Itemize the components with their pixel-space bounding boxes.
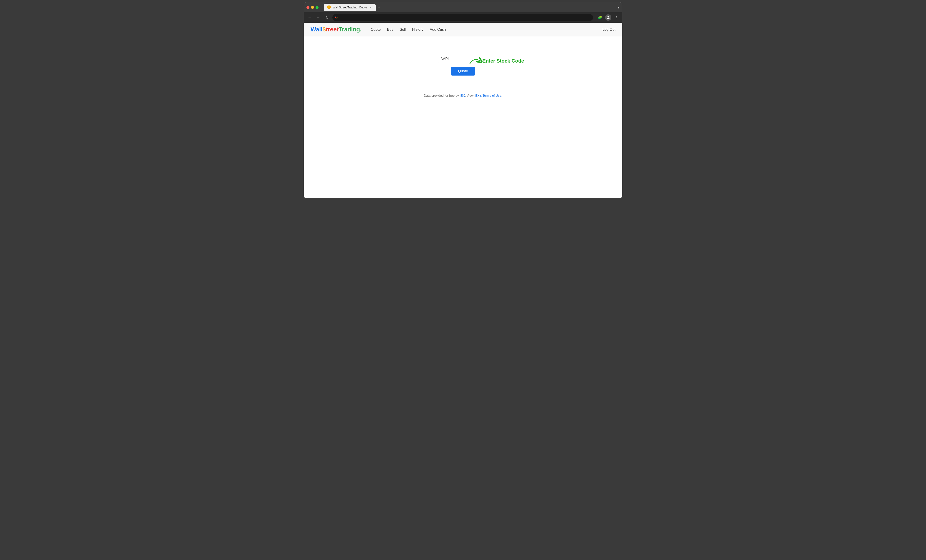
footer-text: Data provided for free by IEX. View IEX'… [424,94,502,97]
google-icon: G [335,16,339,19]
minimize-traffic-light[interactable] [311,6,314,9]
tab-close-button[interactable]: × [369,6,372,9]
nav-right-icons: 🧩 ⋮ [597,14,620,21]
browser-dropdown-icon[interactable]: ▾ [618,5,620,9]
tab-bar: Wall $treet Trading: Quote × + [324,4,469,11]
symbol-input[interactable] [438,54,488,63]
browser-window: Wall $treet Trading: Quote × + ▾ ← → ↻ G… [304,2,622,198]
quote-form: Quote Enter Stock Code [438,54,488,76]
footer-before-iex: Data provided for free by [424,94,460,97]
nav-buy-link[interactable]: Buy [387,27,393,32]
traffic-lights [306,6,319,9]
active-tab[interactable]: Wall $treet Trading: Quote × [324,4,376,11]
main-area: Quote Enter Stock Code Data provided [304,36,622,198]
footer-end: . [501,94,502,97]
close-traffic-light[interactable] [306,6,309,9]
address-bar[interactable]: G [332,14,593,21]
tab-title: Wall $treet Trading: Quote [333,6,367,9]
tab-favicon [327,6,331,9]
maximize-traffic-light[interactable] [316,6,319,9]
nav-bar: ← → ↻ G 🧩 ⋮ [304,12,622,23]
brand-logo: Wall $treet Trading. [310,26,362,33]
nav-quote-link[interactable]: Quote [371,27,381,32]
brand-treet: treet [326,26,339,33]
profile-icon[interactable] [605,14,611,21]
back-button[interactable]: ← [306,14,313,21]
title-bar: Wall $treet Trading: Quote × + ▾ [304,2,622,12]
brand-dollar: $ [322,26,325,33]
extensions-icon[interactable]: 🧩 [597,14,603,21]
app-header: Wall $treet Trading. Quote Buy Sell Hist… [304,23,622,36]
annotation-text: Enter Stock Code [482,58,524,64]
footer-middle: . View [465,94,474,97]
nav-sell-link[interactable]: Sell [400,27,406,32]
brand-trading: Trading [339,26,360,33]
new-tab-button[interactable]: + [378,5,380,9]
iex-terms-link[interactable]: IEX's Terms of Use [474,94,501,97]
brand-wall: Wall [310,26,322,33]
more-options-icon[interactable]: ⋮ [613,14,620,21]
nav-history-link[interactable]: History [412,27,424,32]
quote-button[interactable]: Quote [451,67,475,76]
logout-button[interactable]: Log Out [602,27,616,32]
iex-link[interactable]: IEX [460,94,465,97]
refresh-button[interactable]: ↻ [324,14,330,21]
nav-add-cash-link[interactable]: Add Cash [430,27,446,32]
brand-dot: . [360,26,362,33]
svg-point-0 [607,16,609,18]
app-nav: Quote Buy Sell History Add Cash [371,27,602,32]
forward-button[interactable]: → [315,14,321,21]
page-content: Wall $treet Trading. Quote Buy Sell Hist… [304,23,622,198]
